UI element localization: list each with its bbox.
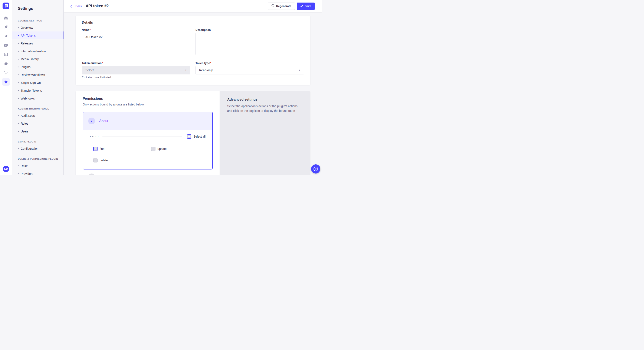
permission-update[interactable]: update [148, 143, 206, 155]
sidebar-item-up-providers[interactable]: Providers [12, 170, 64, 175]
sidebar-item-email-configuration[interactable]: Configuration [12, 145, 64, 153]
bullet-dot [18, 27, 19, 28]
find-checkbox[interactable]: ✓ [93, 147, 98, 151]
sidebar-item-review-workflows[interactable]: Review Workflows [12, 71, 64, 79]
description-textarea[interactable] [196, 33, 304, 55]
token-duration-field-group: Token duration* Select ▼ Expiration date… [82, 61, 190, 79]
cart-icon[interactable] [2, 69, 10, 77]
select-all-control[interactable]: Select all [187, 134, 206, 139]
save-button[interactable]: Save [297, 2, 315, 10]
page-title: API token #2 [86, 4, 108, 8]
cloud-icon[interactable] [2, 60, 10, 67]
name-input[interactable] [82, 33, 190, 41]
bullet-dot [18, 166, 19, 166]
content-scroll[interactable]: Details Name* Description Token duration… [64, 12, 322, 175]
strapi-admin-app: KD Settings GLOBAL SETTINGS Overview API… [0, 0, 322, 175]
bullet-dot [18, 148, 19, 149]
description-label: Description [196, 28, 304, 31]
chevron-down-icon: ▼ [185, 69, 187, 71]
permission-delete[interactable]: delete [90, 155, 148, 166]
media-icon[interactable] [2, 41, 10, 49]
sidebar-item-webhooks[interactable]: Webhooks [12, 94, 64, 102]
main-area: Back API token #2 Regenerate Save [64, 0, 322, 175]
bullet-dot [18, 173, 19, 174]
check-icon [300, 5, 303, 7]
permissions-subtitle: Only actions bound by a route are listed… [83, 103, 213, 106]
accordion-about: ▲ About ABOUT Select all [83, 112, 213, 170]
user-avatar[interactable]: KD [3, 166, 9, 172]
name-label: Name [82, 28, 89, 31]
expand-toggle-icon[interactable]: ▼ [88, 174, 95, 175]
bullet-dot [18, 35, 19, 36]
sidebar-item-overview[interactable]: Overview [12, 24, 64, 31]
bullet-dot [18, 51, 19, 52]
bullet-dot [18, 67, 19, 67]
details-card: Details Name* Description Token duration… [76, 15, 310, 85]
question-mark-icon: ? [314, 167, 318, 171]
token-duration-label: Token duration [82, 61, 102, 65]
required-asterisk: * [102, 61, 103, 65]
arrow-left-icon [70, 5, 74, 8]
section-administration-panel: ADMINISTRATION PANEL [12, 107, 64, 110]
paper-plane-icon[interactable] [2, 32, 10, 40]
bullet-dot [18, 74, 19, 75]
bullet-dot [18, 98, 19, 99]
bullet-dot [18, 82, 19, 83]
sidebar-item-audit-logs[interactable]: Audit Logs [12, 112, 64, 120]
feather-icon[interactable] [2, 23, 10, 31]
advanced-settings-panel: Advanced settings Select the application… [220, 91, 310, 175]
bullet-dot [18, 59, 19, 59]
required-asterisk: * [90, 28, 90, 31]
bullet-dot [18, 123, 19, 124]
home-icon[interactable] [2, 14, 10, 22]
permissions-title: Permissions [83, 97, 213, 101]
accordion-about-body: ABOUT Select all ✓ find [83, 130, 212, 169]
token-type-select[interactable]: Read-only ▼ [196, 66, 304, 74]
details-title: Details [82, 21, 304, 24]
select-all-checkbox[interactable] [187, 134, 191, 139]
sidebar-item-up-roles[interactable]: Roles [12, 162, 64, 170]
back-link[interactable]: Back [70, 4, 82, 8]
sidebar-item-internationalization[interactable]: Internationalization [12, 47, 64, 55]
section-users-permissions-plugin: USERS & PERMISSIONS PLUGIN [12, 158, 64, 160]
sidebar-item-transfer-tokens[interactable]: Transfer Tokens [12, 87, 64, 94]
accordion-about-title: About [99, 119, 108, 123]
accordion-article-header[interactable]: ▼ Article [83, 170, 213, 175]
expiration-hint: Expiration date: Unlimited [82, 76, 190, 79]
layout-icon[interactable] [2, 51, 10, 58]
sidebar-item-releases[interactable]: Releases [12, 39, 64, 47]
advanced-settings-title: Advanced settings [227, 98, 302, 101]
strapi-logo[interactable] [2, 2, 9, 9]
sidebar-item-single-sign-on[interactable]: Single Sign-On [12, 79, 64, 87]
refresh-icon [271, 4, 274, 8]
description-field-group: Description [196, 28, 304, 56]
sidebar-item-admin-roles[interactable]: Roles [12, 120, 64, 127]
settings-gear-icon[interactable] [2, 78, 10, 86]
settings-sidebar: Settings GLOBAL SETTINGS Overview API To… [12, 0, 64, 175]
sidebar-title: Settings [12, 0, 64, 11]
rail-footer: KD [0, 163, 12, 175]
update-checkbox[interactable] [151, 147, 156, 151]
collapse-toggle-icon[interactable]: ▲ [88, 118, 95, 124]
bullet-dot [18, 90, 19, 91]
sidebar-item-plugins[interactable]: Plugins [12, 63, 64, 71]
token-duration-select[interactable]: Select ▼ [82, 66, 190, 74]
page-header: Back API token #2 Regenerate Save [64, 0, 322, 12]
select-all-label: Select all [193, 135, 206, 138]
sidebar-item-api-tokens[interactable]: API Tokens [12, 31, 64, 39]
permission-find[interactable]: ✓ find [90, 143, 148, 155]
section-global-settings: GLOBAL SETTINGS [12, 19, 64, 22]
bullet-dot [18, 43, 19, 44]
chevron-down-icon: ▼ [298, 69, 300, 71]
section-divider [102, 137, 182, 137]
sidebar-item-media-library[interactable]: Media Library [12, 55, 64, 63]
permissions-card: Permissions Only actions bound by a rout… [76, 91, 220, 175]
about-section-label: ABOUT [90, 135, 99, 138]
help-button[interactable]: ? [311, 164, 320, 174]
accordion-about-header[interactable]: ▲ About [83, 112, 212, 130]
delete-checkbox[interactable] [93, 158, 98, 163]
regenerate-button[interactable]: Regenerate [268, 2, 295, 10]
section-email-plugin: EMAIL PLUGIN [12, 140, 64, 143]
sidebar-item-admin-users[interactable]: Users [12, 127, 64, 135]
icon-rail: KD [0, 0, 12, 175]
